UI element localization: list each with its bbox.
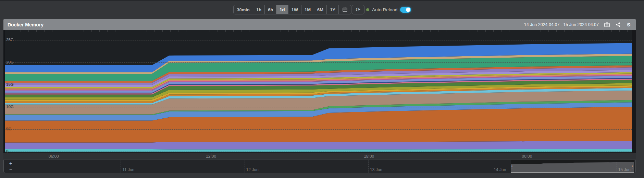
- x-axis-label: 18:00: [364, 154, 374, 159]
- range-button-1m[interactable]: 1M: [301, 5, 314, 14]
- brush-right-handle[interactable]: ⋮: [630, 164, 634, 169]
- stacked-area-chart[interactable]: 05G10G15G20G25G: [3, 30, 636, 153]
- auto-reload-control: Auto Reload: [366, 5, 411, 14]
- y-axis-label: 25G: [6, 38, 14, 42]
- y-axis-label: 20G: [6, 60, 14, 64]
- range-button-30min[interactable]: 30min: [234, 5, 253, 14]
- navigator-zoom-controls: + −: [4, 160, 18, 173]
- share-icon[interactable]: [615, 22, 621, 27]
- range-button-1d[interactable]: 1d: [276, 5, 288, 14]
- brush-mini-silhouette: [511, 160, 634, 173]
- x-axis-label: 06:00: [49, 154, 59, 159]
- plot-right-edge: [632, 30, 636, 153]
- top-minor-ticks: [5, 30, 632, 32]
- stacked-area-series-canvas: [5, 30, 632, 153]
- time-range-button-group: 30min1h6h1d1W1M6M1Y: [233, 5, 351, 14]
- brush-left-handle[interactable]: ⋮: [510, 164, 514, 169]
- calendar-button[interactable]: [338, 5, 351, 14]
- y-gridline-25G: [5, 40, 632, 40]
- settings-gear-icon[interactable]: ⚙: [626, 22, 632, 27]
- x-axis-label: 00:00: [522, 154, 532, 159]
- toggle-knob: [406, 8, 410, 12]
- y-axis-label: 0: [6, 149, 8, 153]
- zoom-out-button[interactable]: −: [9, 167, 12, 172]
- timeline-navigator[interactable]: + − 11 Jun12 Jun13 Jun14 Jun15 Jun ⋮ ⋮: [3, 160, 636, 173]
- y-gridline-5G: [5, 129, 632, 130]
- y-axis-label: 10G: [6, 105, 14, 109]
- range-button-1w[interactable]: 1W: [288, 5, 301, 14]
- y-gridline-15G: [5, 85, 632, 85]
- range-button-6h[interactable]: 6h: [264, 5, 276, 14]
- x-axis-strip: 06:0012:0018:0000:00: [3, 153, 636, 159]
- day-boundary-line: [527, 30, 527, 153]
- zoom-in-button[interactable]: +: [9, 161, 12, 166]
- y-gridline-0: [5, 152, 632, 152]
- chart-title: Docker Memory: [8, 22, 44, 27]
- chart-date-range: 14 Jun 2024 04:07 - 15 Jun 2024 04:07: [524, 22, 599, 27]
- auto-reload-toggle[interactable]: [400, 7, 411, 13]
- snapshot-camera-icon[interactable]: [604, 22, 610, 27]
- y-gridline-10G: [5, 107, 632, 107]
- navigator-day-line: [245, 160, 245, 173]
- selection-brush[interactable]: ⋮ ⋮: [511, 160, 634, 173]
- calendar-icon: [343, 7, 347, 12]
- x-axis-label: 12:00: [206, 154, 216, 159]
- y-axis-label: 15G: [6, 82, 14, 86]
- docker-memory-chart-panel: Docker Memory 14 Jun 2024 04:07 - 15 Jun…: [3, 19, 636, 173]
- y-axis-label: 5G: [6, 127, 11, 131]
- brush-silhouette-shape: [511, 160, 634, 164]
- navigator-date-label: 11 Jun: [122, 167, 134, 172]
- refresh-icon: ⟳: [356, 6, 360, 13]
- auto-reload-status-dot: [366, 8, 369, 11]
- chart-header-right: 14 Jun 2024 04:07 - 15 Jun 2024 04:07: [524, 22, 632, 27]
- navigator-date-label: 14 Jun: [494, 167, 506, 172]
- top-toolbar: 30min1h6h1d1W1M6M1Y ⟳ Auto Reload: [0, 0, 644, 19]
- auto-reload-label: Auto Reload: [372, 7, 397, 12]
- range-button-6m[interactable]: 6M: [314, 5, 326, 14]
- y-gridline-20G: [5, 62, 632, 63]
- refresh-button[interactable]: ⟳: [352, 5, 364, 14]
- navigator-date-label: 13 Jun: [370, 167, 382, 172]
- chart-header: Docker Memory 14 Jun 2024 04:07 - 15 Jun…: [3, 19, 636, 30]
- navigator-day-line: [492, 160, 492, 173]
- navigator-date-label: 12 Jun: [246, 167, 259, 172]
- navigator-day-line: [368, 160, 369, 173]
- range-button-1y[interactable]: 1Y: [326, 5, 338, 14]
- navigator-day-line: [121, 160, 121, 173]
- range-button-1h[interactable]: 1h: [253, 5, 264, 14]
